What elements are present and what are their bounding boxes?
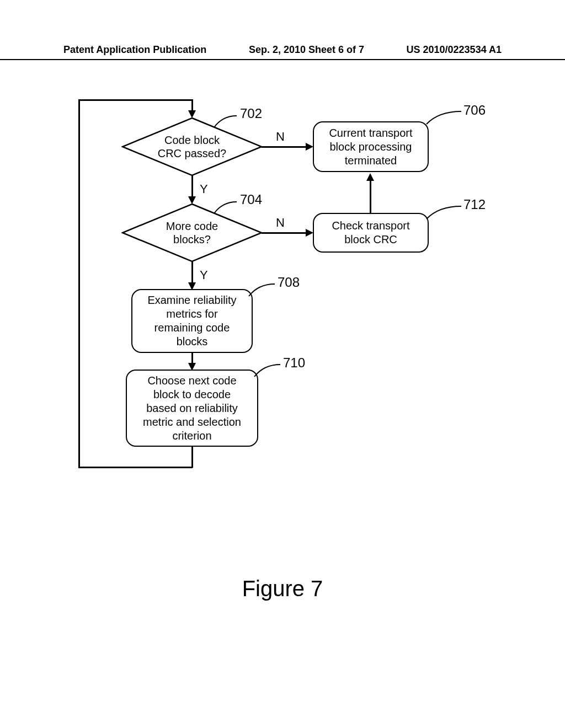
process-708-line3: remaining code bbox=[147, 321, 236, 335]
ref-706: 706 bbox=[463, 103, 486, 118]
process-706-line1: Current transport bbox=[329, 126, 412, 140]
process-710-line5: criterion bbox=[143, 429, 241, 443]
ref-704: 704 bbox=[240, 192, 262, 207]
header-center: Sep. 2, 2010 Sheet 6 of 7 bbox=[249, 44, 364, 56]
arrow-704-712-head bbox=[306, 229, 313, 237]
leader-706 bbox=[425, 109, 463, 126]
process-710-line3: based on reliability bbox=[143, 402, 241, 415]
process-708-line2: metrics for bbox=[147, 307, 236, 321]
process-708-line4: blocks bbox=[147, 335, 236, 349]
decision-704-line2: blocks? bbox=[166, 233, 218, 246]
process-710-line2: block to decode bbox=[143, 388, 241, 402]
header-right: US 2010/0223534 A1 bbox=[407, 44, 502, 56]
loop-line-down bbox=[191, 447, 193, 468]
leader-704 bbox=[212, 199, 240, 215]
header-left: Patent Application Publication bbox=[63, 44, 206, 56]
loop-line-left bbox=[78, 467, 193, 468]
arrow-702-706-head bbox=[306, 143, 313, 151]
decision-704: More code blocks? bbox=[121, 203, 263, 263]
label-704-yes: Y bbox=[200, 268, 208, 282]
loop-line-top bbox=[78, 99, 193, 101]
decision-702: Code block CRC passed? bbox=[121, 117, 263, 176]
leader-702 bbox=[212, 113, 240, 129]
process-706: Current transport block processing termi… bbox=[313, 121, 429, 172]
arrow-712-706-line bbox=[370, 180, 371, 213]
page-header: Patent Application Publication Sep. 2, 2… bbox=[0, 44, 565, 60]
decision-704-line1: More code bbox=[166, 220, 218, 233]
leader-710 bbox=[253, 362, 283, 378]
loop-line-up bbox=[78, 99, 80, 468]
arrow-702-704-line bbox=[191, 175, 193, 199]
ref-712: 712 bbox=[463, 197, 486, 212]
arrow-712-706-head bbox=[366, 173, 374, 181]
label-702-no: N bbox=[276, 130, 285, 144]
decision-702-line2: CRC passed? bbox=[158, 147, 227, 160]
arrow-702-706-line bbox=[262, 146, 307, 148]
process-706-line2: block processing bbox=[329, 140, 412, 154]
process-708: Examine reliability metrics for remainin… bbox=[131, 289, 253, 353]
ref-710: 710 bbox=[283, 355, 305, 371]
ref-708: 708 bbox=[278, 275, 300, 290]
ref-702: 702 bbox=[240, 106, 262, 121]
process-710-line1: Choose next code bbox=[143, 374, 241, 388]
decision-702-line1: Code block bbox=[158, 133, 227, 147]
process-712: Check transport block CRC bbox=[313, 213, 429, 253]
process-712-line1: Check transport bbox=[332, 219, 409, 233]
process-708-line1: Examine reliability bbox=[147, 293, 236, 307]
process-710: Choose next code block to decode based o… bbox=[126, 370, 258, 447]
arrow-704-712-line bbox=[262, 232, 307, 234]
process-712-line2: block CRC bbox=[332, 233, 409, 247]
process-710-line4: metric and selection bbox=[143, 415, 241, 429]
label-702-yes: Y bbox=[200, 182, 208, 196]
arrow-704-708-line bbox=[191, 261, 193, 285]
leader-708 bbox=[247, 281, 278, 298]
process-706-line3: terminated bbox=[329, 154, 412, 168]
flowchart-diagram: Code block CRC passed? 702 N Current tra… bbox=[0, 94, 565, 590]
leader-712 bbox=[425, 204, 463, 221]
figure-title: Figure 7 bbox=[0, 576, 565, 601]
label-704-no: N bbox=[276, 216, 285, 230]
